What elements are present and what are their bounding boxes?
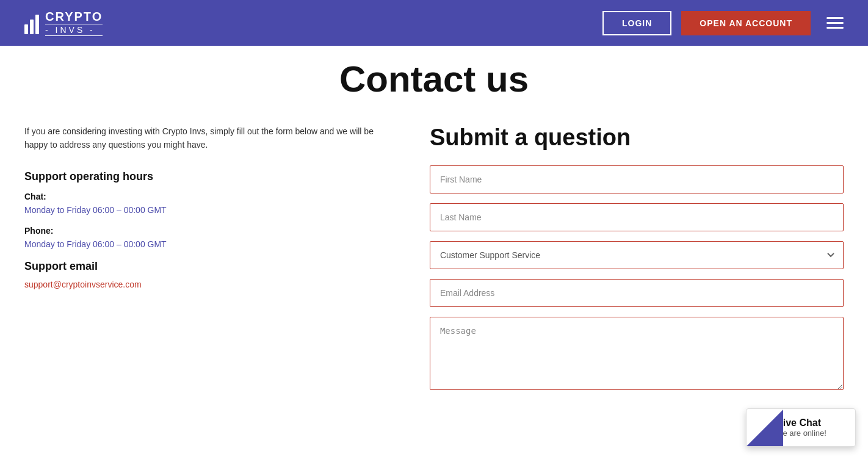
page-title: Contact us xyxy=(24,58,844,100)
email-input[interactable] xyxy=(430,279,844,307)
hamburger-menu-icon[interactable] xyxy=(826,17,844,29)
phone-label: Phone: xyxy=(24,226,393,236)
message-textarea[interactable] xyxy=(430,317,844,390)
logo-text: CRYPTO - INVS - xyxy=(45,10,103,36)
live-chat-widget[interactable]: Live Chat we are online! xyxy=(746,408,856,447)
header-actions: LOGIN OPEN AN ACCOUNT xyxy=(602,11,844,35)
two-column-layout: If you are considering investing with Cr… xyxy=(24,125,844,402)
right-column: Submit a question Customer Support Servi… xyxy=(430,125,844,402)
support-hours-title: Support operating hours xyxy=(24,170,393,183)
page-content: Contact us If you are considering invest… xyxy=(0,46,868,427)
last-name-input[interactable] xyxy=(430,203,844,231)
email-group xyxy=(430,279,844,307)
site-header: CRYPTO - INVS - LOGIN OPEN AN ACCOUNT xyxy=(0,0,868,46)
form-title: Submit a question xyxy=(430,125,844,151)
chat-triangle-icon xyxy=(747,410,783,446)
first-name-group xyxy=(430,165,844,193)
service-select[interactable]: Customer Support ServiceTechnical Suppor… xyxy=(430,241,844,269)
phone-hours: Monday to Friday 06:00 – 00:00 GMT xyxy=(24,239,393,249)
open-account-button[interactable]: OPEN AN ACCOUNT xyxy=(681,11,811,35)
login-button[interactable]: LOGIN xyxy=(602,11,671,35)
first-name-input[interactable] xyxy=(430,165,844,193)
intro-text: If you are considering investing with Cr… xyxy=(24,125,393,152)
support-email-title: Support email xyxy=(24,260,393,273)
last-name-group xyxy=(430,203,844,231)
message-group xyxy=(430,317,844,392)
live-chat-title: Live Chat xyxy=(777,417,844,428)
logo-bars-icon xyxy=(24,12,39,34)
left-column: If you are considering investing with Cr… xyxy=(24,125,393,290)
logo-invs: - INVS - xyxy=(45,24,103,36)
support-email-link[interactable]: support@cryptoinvservice.com xyxy=(24,280,142,289)
logo: CRYPTO - INVS - xyxy=(24,10,103,36)
service-group: Customer Support ServiceTechnical Suppor… xyxy=(430,241,844,269)
live-chat-status: we are online! xyxy=(777,428,844,438)
logo-crypto: CRYPTO xyxy=(45,10,103,23)
chat-label: Chat: xyxy=(24,192,393,201)
chat-hours: Monday to Friday 06:00 – 00:00 GMT xyxy=(24,205,393,215)
